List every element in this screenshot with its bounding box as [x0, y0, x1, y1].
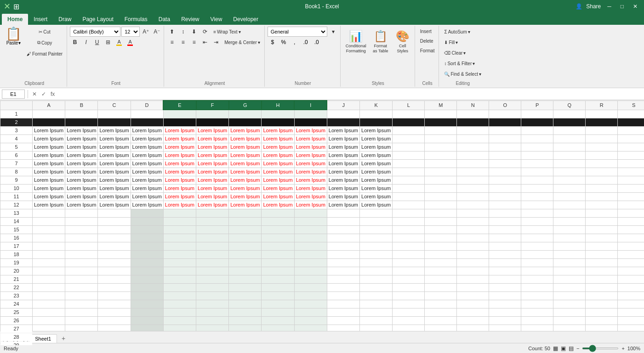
- cell[interactable]: [294, 217, 327, 225]
- col-header-J[interactable]: J: [327, 101, 359, 110]
- cell[interactable]: [327, 283, 359, 291]
- cell[interactable]: Lorem Ipsum: [98, 159, 131, 168]
- cell[interactable]: [457, 283, 489, 291]
- cell[interactable]: [618, 126, 644, 134]
- cell[interactable]: Lorem Ipsum: [327, 168, 359, 176]
- col-header-A[interactable]: A: [33, 101, 65, 110]
- cell[interactable]: [393, 234, 425, 242]
- cell[interactable]: [521, 134, 553, 143]
- cell[interactable]: Lorem Ipsum: [196, 151, 229, 159]
- cell[interactable]: Lorem Ipsum: [131, 159, 163, 168]
- cell[interactable]: [131, 217, 163, 225]
- cell[interactable]: [553, 184, 586, 192]
- cell[interactable]: [521, 300, 553, 308]
- cell[interactable]: [229, 267, 262, 275]
- cell[interactable]: [327, 316, 359, 325]
- cell[interactable]: Lorem Ipsum: [33, 168, 65, 176]
- cell[interactable]: [393, 250, 425, 258]
- cell[interactable]: [196, 283, 229, 291]
- cell[interactable]: [196, 209, 229, 217]
- col-header-I[interactable]: I: [294, 101, 327, 110]
- cell[interactable]: [489, 192, 521, 201]
- cell[interactable]: [553, 159, 586, 168]
- cell[interactable]: [425, 143, 457, 151]
- cell[interactable]: [618, 184, 644, 192]
- cell[interactable]: Lorem Ipsum: [98, 143, 131, 151]
- cell[interactable]: [586, 184, 618, 192]
- cell[interactable]: [33, 250, 65, 258]
- cell[interactable]: [65, 283, 98, 291]
- cell[interactable]: [65, 258, 98, 267]
- align-bottom-button[interactable]: ⬇: [189, 27, 199, 37]
- cell[interactable]: [262, 316, 294, 325]
- cell[interactable]: [229, 308, 262, 316]
- cell[interactable]: [586, 168, 618, 176]
- cell[interactable]: [489, 234, 521, 242]
- cell[interactable]: Lorem Ipsum: [262, 159, 294, 168]
- cell[interactable]: [618, 291, 644, 300]
- cell[interactable]: [425, 134, 457, 143]
- col-header-M[interactable]: M: [425, 101, 457, 110]
- cell[interactable]: Lorem Ipsum: [229, 168, 262, 176]
- cell[interactable]: [65, 275, 98, 283]
- copy-button[interactable]: ⧉ Copy: [24, 38, 65, 48]
- font-size-select[interactable]: 12: [121, 27, 140, 37]
- cell[interactable]: [553, 201, 586, 209]
- col-header-D[interactable]: D: [131, 101, 163, 110]
- col-header-O[interactable]: O: [489, 101, 521, 110]
- cell[interactable]: [425, 283, 457, 291]
- cell[interactable]: Lorem Ipsum: [294, 134, 327, 143]
- cell[interactable]: [98, 308, 131, 316]
- cell[interactable]: [360, 316, 393, 325]
- cell[interactable]: [618, 283, 644, 291]
- cell[interactable]: [553, 217, 586, 225]
- cell[interactable]: Lorem Ipsum: [262, 134, 294, 143]
- cell[interactable]: [425, 242, 457, 250]
- view-layout-button[interactable]: ▣: [561, 345, 566, 352]
- cell[interactable]: [98, 250, 131, 258]
- format-painter-button[interactable]: 🖌 Format Painter: [24, 49, 65, 59]
- cell[interactable]: [553, 143, 586, 151]
- cell[interactable]: [457, 209, 489, 217]
- cell[interactable]: [327, 110, 359, 118]
- cell[interactable]: [163, 234, 196, 242]
- cell[interactable]: [262, 234, 294, 242]
- cell[interactable]: [425, 267, 457, 275]
- cell[interactable]: [98, 300, 131, 308]
- cell[interactable]: [618, 151, 644, 159]
- cell[interactable]: [33, 308, 65, 316]
- number-format-expand[interactable]: ▾: [328, 27, 338, 37]
- cell[interactable]: Lorem Ipsum: [163, 184, 196, 192]
- cell[interactable]: [65, 291, 98, 300]
- cell[interactable]: [196, 250, 229, 258]
- decimal-dec-button[interactable]: .0: [312, 37, 322, 47]
- cell[interactable]: Lorem Ipsum: [360, 151, 393, 159]
- cell[interactable]: Lorem Ipsum: [360, 201, 393, 209]
- cell[interactable]: [618, 217, 644, 225]
- cell[interactable]: [327, 267, 359, 275]
- cell[interactable]: [489, 291, 521, 300]
- cell[interactable]: [327, 118, 359, 126]
- indent-dec-button[interactable]: ⇤: [200, 37, 210, 47]
- cell[interactable]: [65, 316, 98, 325]
- cell[interactable]: [229, 300, 262, 308]
- decimal-inc-button[interactable]: .0: [301, 37, 311, 47]
- grow-font-button[interactable]: A⁺: [141, 27, 151, 37]
- cell[interactable]: Lorem Ipsum: [327, 151, 359, 159]
- cell[interactable]: [98, 267, 131, 275]
- cell[interactable]: [489, 209, 521, 217]
- cell[interactable]: [33, 225, 65, 234]
- cell[interactable]: [521, 126, 553, 134]
- confirm-icon[interactable]: ✓: [40, 91, 47, 97]
- cell[interactable]: [294, 291, 327, 300]
- cell[interactable]: [425, 201, 457, 209]
- cell[interactable]: [262, 300, 294, 308]
- cell[interactable]: [586, 134, 618, 143]
- cell[interactable]: [294, 308, 327, 316]
- cell[interactable]: [163, 242, 196, 250]
- cell[interactable]: [327, 225, 359, 234]
- cell[interactable]: [163, 209, 196, 217]
- cell[interactable]: [131, 300, 163, 308]
- share-button[interactable]: Share: [586, 3, 601, 10]
- cell[interactable]: [229, 275, 262, 283]
